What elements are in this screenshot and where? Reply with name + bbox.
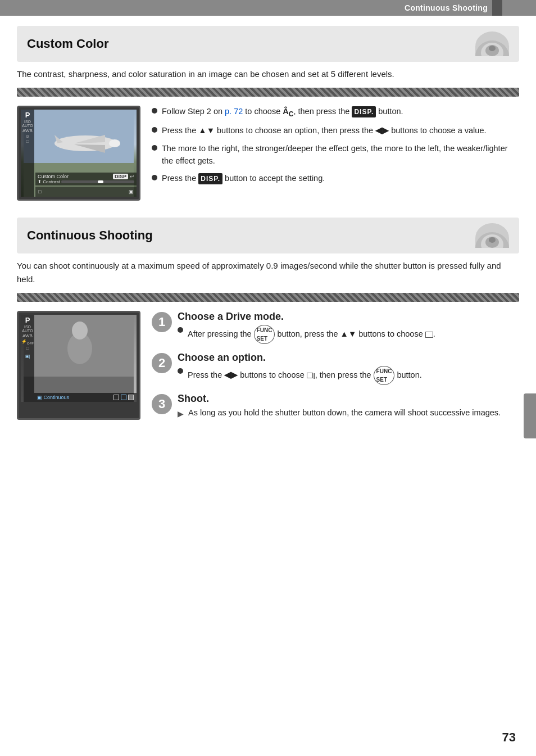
step-3: 3 Shoot. ▶ As long as you hold the shutt… — [152, 393, 519, 420]
bullet-text-3: The more to the right, the stronger/deep… — [162, 143, 519, 168]
custom-color-title: Custom Color — [27, 37, 108, 51]
continuous-lcd-sidebar: P ISOAUTO AWB ⚡OFF □ ▣| — [21, 315, 34, 402]
step-1-content: Choose a Drive mode. After pressing the … — [178, 311, 519, 344]
continuous-title: Continuous Shooting — [27, 228, 153, 243]
step-number-2: 2 — [152, 353, 172, 373]
cont-label: ▣ Continuous — [37, 395, 69, 400]
cont-drive-squares — [113, 395, 134, 400]
func-btn-2: FUNCSET — [374, 366, 395, 385]
step-2-content: Choose an option. Press the ◀▶ buttons t… — [178, 352, 519, 385]
contrast-row: ⬆ Contrast — [38, 179, 134, 184]
cont-icon-inline: | — [307, 372, 315, 380]
continuous-content: P ISOAUTO AWB ⚡OFF □ ▣| ▣ Continuous — [17, 311, 519, 420]
page-header: Continuous Shooting — [0, 0, 536, 16]
continuous-lcd-screen: P ISOAUTO AWB ⚡OFF □ ▣| ▣ Continuous — [21, 315, 137, 402]
bullet-text-4: Press the DISP. button to accept the set… — [162, 173, 519, 185]
lcd-custom-color-label: Custom Color — [38, 174, 69, 179]
mode-p: P — [25, 111, 30, 119]
lcd-continuous-row: ▣ Continuous — [34, 393, 137, 402]
custom-color-intro: The contrast, sharpness, and color satur… — [17, 67, 519, 81]
cont-quality-item: □ — [26, 346, 29, 351]
bullet-dot-2 — [152, 127, 157, 133]
square-icon-1 — [425, 332, 433, 338]
disp-button-2: DISP. — [198, 173, 222, 184]
drive-mode-icon: □ — [38, 189, 41, 194]
header-title: Continuous Shooting — [405, 3, 488, 12]
cont-drive-item: ▣| — [25, 354, 30, 358]
lcd-label-bar: Custom Color DISP ↩ ⬆ Contrast — [35, 173, 137, 185]
step-1-text: After pressing the FUNCSET button, press… — [188, 325, 435, 344]
svg-point-3 — [489, 46, 496, 51]
lcd-screen: P ISOAUTO AWB ⊙ □ Custom Color DISP ↩ — [21, 110, 137, 197]
step-2-bullet: Press the ◀▶ buttons to choose |, then p… — [178, 366, 519, 385]
step-3-text: As long as you hold the shutter button d… — [188, 407, 501, 419]
quality-item: □ — [26, 139, 29, 144]
steps-container: 1 Choose a Drive mode. After pressing th… — [152, 311, 519, 420]
bullet-4: Press the DISP. button to accept the set… — [152, 173, 519, 185]
continuous-shooting-section: Continuous Shooting You can shoot contin… — [17, 218, 519, 420]
custom-color-section: Custom Color The contrast, sharpness, an… — [17, 26, 519, 201]
step-1-dot — [178, 327, 183, 333]
main-content: Custom Color The contrast, sharpness, an… — [0, 16, 536, 448]
continuous-lcd: P ISOAUTO AWB ⚡OFF □ ▣| ▣ Continuous — [17, 311, 140, 420]
bullet-dot-4 — [152, 175, 157, 180]
bullet-text-2: Press the ▲▼ buttons to choose an option… — [162, 125, 519, 137]
func-btn-1: FUNCSET — [254, 325, 275, 344]
bullet-3: The more to the right, the stronger/deep… — [152, 143, 519, 168]
cont-wb-item: AWB — [22, 334, 33, 338]
step-1-title: Choose a Drive mode. — [178, 311, 519, 323]
custom-color-bullets: Follow Step 2 on p. 72 to choose ÂC, the… — [152, 106, 519, 201]
step-2-text: Press the ◀▶ buttons to choose |, then p… — [188, 366, 422, 385]
cont-iso-item: ISOAUTO — [22, 325, 33, 333]
bullet-1: Follow Step 2 on p. 72 to choose ÂC, the… — [152, 106, 519, 119]
bottom-right-icon: ▣ — [129, 189, 134, 194]
step-2: 2 Choose an option. Press the ◀▶ buttons… — [152, 352, 519, 385]
bullet-dot-3 — [152, 145, 157, 151]
cont-mode-p: P — [25, 316, 30, 324]
stripe-divider-2 — [17, 293, 519, 302]
step-3-bullet: ▶ As long as you hold the shutter button… — [178, 407, 519, 420]
contrast-bar-fill — [98, 180, 103, 183]
right-side-tab — [524, 393, 536, 438]
disp-badge: DISP — [113, 174, 128, 179]
header-tab — [492, 0, 502, 16]
step-number-3: 3 — [152, 394, 172, 414]
stripe-divider-1 — [17, 88, 519, 97]
svg-point-18 — [72, 322, 88, 339]
custom-color-content: P ISOAUTO AWB ⊙ □ Custom Color DISP ↩ — [17, 106, 519, 201]
step-number-1: 1 — [152, 312, 172, 332]
disp-button-1: DISP. — [352, 106, 376, 117]
step-2-dot — [178, 368, 183, 374]
lcd-label-row: Custom Color DISP ↩ — [38, 174, 134, 179]
bullet-dot-1 — [152, 108, 157, 114]
page-link-72[interactable]: p. 72 — [225, 107, 243, 116]
step-3-title: Shoot. — [178, 393, 519, 405]
cont-flash-item: ⚡OFF — [21, 339, 34, 345]
lcd-disp-btn: DISP ↩ — [113, 174, 134, 179]
lcd-return-icon: ↩ — [130, 174, 134, 179]
continuous-header-box: Continuous Shooting — [17, 218, 519, 253]
custom-color-lcd: P ISOAUTO AWB ⊙ □ Custom Color DISP ↩ — [17, 106, 140, 201]
wb-item: AWB — [22, 129, 33, 133]
person-scene — [21, 315, 137, 402]
contrast-bar-track — [61, 180, 134, 183]
step-2-title: Choose an option. — [178, 352, 519, 364]
step-3-content: Shoot. ▶ As long as you hold the shutter… — [178, 393, 519, 420]
metering-item: ⊙ — [26, 134, 29, 138]
lcd-bottom-icons: □ ▣ — [35, 187, 137, 197]
step-3-arrow: ▶ — [178, 408, 184, 420]
custom-color-icon — [475, 31, 509, 56]
cont-sq-1 — [113, 395, 119, 400]
cont-sq-2 — [121, 395, 126, 400]
bullet-text-1: Follow Step 2 on p. 72 to choose ÂC, the… — [162, 106, 519, 119]
contrast-label: ⬆ Contrast — [38, 179, 60, 184]
continuous-intro: You can shoot continuously at a maximum … — [17, 259, 519, 286]
page-number: 73 — [502, 730, 516, 745]
custom-color-header-box: Custom Color — [17, 26, 519, 62]
step-1-bullet: After pressing the FUNCSET button, press… — [178, 325, 519, 344]
lcd-sidebar: P ISOAUTO AWB ⊙ □ — [21, 110, 34, 197]
step-1: 1 Choose a Drive mode. After pressing th… — [152, 311, 519, 344]
svg-point-6 — [54, 135, 116, 151]
iso-item: ISOAUTO — [22, 120, 33, 128]
bullet-2: Press the ▲▼ buttons to choose an option… — [152, 125, 519, 137]
